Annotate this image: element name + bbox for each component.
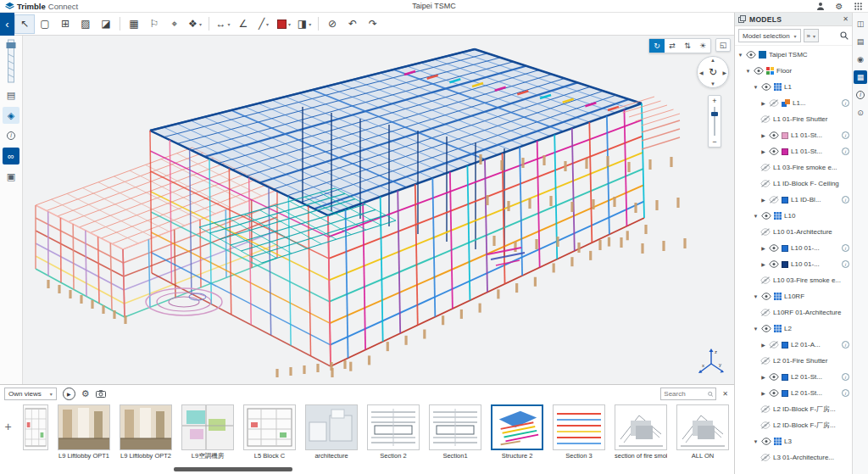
- view-thumbnail[interactable]: [181, 404, 234, 450]
- visibility-off-icon[interactable]: [760, 276, 771, 284]
- multi-select-tool[interactable]: ⊞: [55, 14, 75, 34]
- views-search-box[interactable]: [660, 388, 716, 400]
- info-icon[interactable]: i: [842, 131, 849, 139]
- visibility-on-icon[interactable]: [769, 389, 779, 397]
- tree-row[interactable]: ▶L2 01-St...i: [735, 385, 852, 401]
- visibility-on-icon[interactable]: [761, 293, 771, 300]
- paint-select-tool[interactable]: ▨: [75, 14, 96, 34]
- view-card[interactable]: L9空調機房: [181, 404, 234, 460]
- info-icon[interactable]: i: [842, 389, 849, 397]
- visibility-on-icon[interactable]: [769, 260, 779, 268]
- tree-row[interactable]: ▶L1...i: [735, 95, 852, 111]
- visibility-off-icon[interactable]: [760, 309, 771, 316]
- info-icon[interactable]: i: [842, 196, 849, 204]
- visibility-off-icon[interactable]: [769, 341, 779, 349]
- measure-tool[interactable]: ↔▾: [213, 14, 233, 34]
- visibility-on-icon[interactable]: [761, 83, 771, 91]
- collapse-icon[interactable]: ▼: [753, 294, 759, 299]
- tree-row[interactable]: L1 01-Fire Shutter: [735, 111, 852, 127]
- search-icon[interactable]: [840, 31, 849, 40]
- views-settings-button[interactable]: ⚙: [81, 388, 90, 399]
- create-view-button[interactable]: [96, 390, 106, 398]
- add-view-button[interactable]: +: [3, 420, 14, 433]
- expand-icon[interactable]: ▶: [760, 390, 766, 396]
- tree-row[interactable]: ▶L2 01-St...i: [735, 369, 852, 385]
- visibility-off-icon[interactable]: [760, 228, 771, 236]
- markup-list-icon[interactable]: ▤: [3, 86, 19, 103]
- visibility-off-icon[interactable]: [760, 454, 771, 461]
- tree-row[interactable]: L2 ID-Block F-厂房...: [735, 417, 852, 433]
- user-icon[interactable]: [815, 1, 826, 11]
- grid-view-tool[interactable]: ▦: [124, 14, 144, 34]
- views-search-input[interactable]: [664, 390, 705, 398]
- angle-measure-tool[interactable]: ∠: [233, 14, 253, 34]
- expand-icon[interactable]: ▶: [760, 100, 766, 106]
- collapse-icon[interactable]: ▼: [753, 214, 759, 219]
- view-card[interactable]: L9 Liftlobby OPT2: [120, 404, 172, 460]
- view-card[interactable]: Section 2: [367, 404, 420, 460]
- tree-row[interactable]: ▼L3: [735, 433, 852, 449]
- back-button[interactable]: ‹: [0, 13, 14, 36]
- view-thumbnail[interactable]: [58, 404, 110, 450]
- view-thumbnail[interactable]: [23, 404, 48, 450]
- view-thumbnail[interactable]: [305, 404, 358, 450]
- views-scrollbar-thumb[interactable]: [174, 467, 292, 471]
- tree-row[interactable]: ▶L1 01-St...i: [735, 127, 852, 143]
- view-style-tool[interactable]: ◨▾: [294, 14, 314, 34]
- redo-button[interactable]: ↷: [363, 14, 383, 34]
- info-icon[interactable]: i: [842, 373, 849, 381]
- details-info-icon[interactable]: i: [854, 88, 867, 102]
- view-thumbnail[interactable]: [491, 404, 543, 450]
- explode-view-tool[interactable]: ❖▾: [185, 14, 205, 34]
- collapse-icon[interactable]: ▼: [753, 439, 759, 444]
- models-icon[interactable]: ▦: [854, 70, 867, 84]
- select-tool[interactable]: ↖: [14, 14, 35, 34]
- tree-row[interactable]: L10 03-Fire smoke e...: [735, 272, 852, 288]
- zoom-handle[interactable]: [711, 112, 718, 116]
- visibility-off-icon[interactable]: [760, 180, 771, 187]
- apps-grid-icon[interactable]: [853, 1, 863, 11]
- tree-row[interactable]: ▼L10RF: [735, 288, 852, 304]
- visibility-on-icon[interactable]: [761, 212, 771, 220]
- visibility-box-tool[interactable]: ◪: [96, 14, 116, 34]
- sync-status-icon[interactable]: ⊙: [854, 106, 867, 120]
- visibility-off-icon[interactable]: [760, 421, 771, 429]
- views-panel-close-icon[interactable]: ✕: [722, 390, 728, 398]
- tree-row[interactable]: ▶L1 ID-Bl...i: [735, 192, 852, 208]
- view-card[interactable]: Section1: [429, 404, 481, 460]
- tree-row[interactable]: L10 01-Architecture: [735, 224, 852, 240]
- view-thumbnail[interactable]: [243, 404, 296, 450]
- views-list-icon[interactable]: ▤: [854, 35, 867, 48]
- zoom-track[interactable]: [714, 107, 715, 136]
- collapse-icon[interactable]: ▼: [737, 53, 743, 58]
- tree-row[interactable]: ▶L1 01-St...i: [735, 143, 852, 159]
- play-views-button[interactable]: ▶: [63, 388, 75, 400]
- tree-row[interactable]: L10RF 01-Architecture: [735, 304, 852, 321]
- view-card[interactable]: Structure 2: [491, 404, 543, 460]
- view-card[interactable]: [23, 404, 48, 460]
- view-thumbnail[interactable]: [553, 404, 605, 450]
- expand-icon[interactable]: ▶: [760, 245, 766, 251]
- view-thumbnail[interactable]: [120, 404, 172, 450]
- expand-icon[interactable]: ▶: [760, 132, 766, 138]
- model-selection-dropdown[interactable]: Model selection ▾: [738, 29, 801, 42]
- tree-row[interactable]: L2 01-Fire Shutter: [735, 353, 852, 369]
- visibility-off-icon[interactable]: [769, 99, 779, 107]
- expand-icon[interactable]: ▶: [760, 148, 766, 154]
- tree-row[interactable]: ▶L2 01-A...i: [735, 337, 852, 353]
- view-card[interactable]: L5 Block C: [243, 404, 296, 460]
- info-icon[interactable]: i: [842, 244, 849, 252]
- fullscreen-button[interactable]: ◱: [715, 38, 731, 52]
- tree-row[interactable]: ▶L10 01-...i: [735, 240, 852, 256]
- collapse-icon[interactable]: ▼: [745, 69, 751, 74]
- expand-icon[interactable]: ▶: [760, 261, 766, 267]
- view-card[interactable]: architecture: [305, 404, 358, 460]
- tree-row[interactable]: L1 ID-Block F- Ceiling: [735, 176, 852, 192]
- share-link-icon[interactable]: ∞: [3, 148, 19, 165]
- elevation-tool[interactable]: ⇅: [680, 39, 695, 53]
- tree-row[interactable]: L3 01-Architecture...: [735, 449, 852, 466]
- info-icon[interactable]: i: [3, 127, 19, 144]
- tree-row[interactable]: L1 03-Fire smoke e...: [735, 159, 852, 176]
- tree-row[interactable]: ▼Floor: [735, 63, 852, 79]
- orbit-left-arrow[interactable]: ◀: [699, 70, 704, 75]
